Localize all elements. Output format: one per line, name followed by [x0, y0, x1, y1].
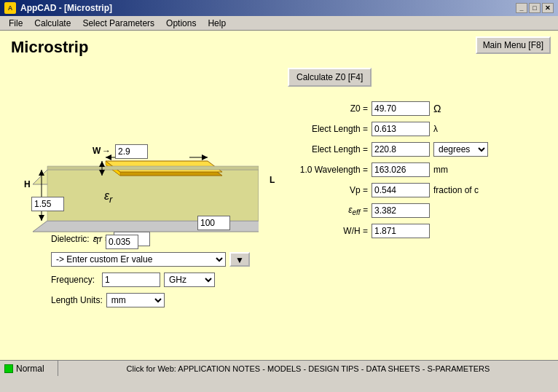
menu-help[interactable]: Help [202, 17, 232, 30]
l-label: L [270, 175, 275, 185]
wh-output[interactable] [372, 224, 430, 238]
vp-output[interactable] [372, 183, 430, 197]
frequency-label: Frequency: [51, 275, 98, 285]
calculate-z0-button[interactable]: Calculate Z0 [F4] [288, 68, 372, 87]
wavelength-row: 1.0 Wavelength = mm [288, 162, 547, 177]
svg-marker-14 [39, 215, 44, 221]
frequency-unit-select[interactable]: GHz MHz kHz [164, 273, 215, 287]
status-indicator [4, 364, 13, 373]
minimize-button[interactable]: _ [516, 3, 527, 13]
t-input[interactable] [106, 235, 138, 249]
right-panel: Calculate Z0 [F4] Z0 = Ω Elect Length = … [288, 64, 547, 313]
svg-marker-2 [47, 170, 259, 221]
maximize-button[interactable]: □ [529, 3, 541, 13]
length-units-label: Length Units: [51, 295, 103, 305]
left-form: Dielectric: ε r = -> Enter custom Er val… [11, 232, 273, 307]
eeff-output[interactable] [372, 203, 430, 218]
length-units-row: Length Units: mm mil inch cm [51, 293, 273, 307]
w-arrow: → [102, 146, 111, 156]
z0-row: Z0 = Ω [288, 101, 547, 116]
svg-marker-17 [99, 161, 105, 167]
l-input[interactable] [197, 216, 230, 230]
elect-length2-row: Elect Length = degrees radians [288, 142, 547, 157]
elect-length1-row: Elect Length = λ [288, 122, 547, 136]
er-diagram-label: εr [104, 189, 112, 205]
elect-length2-output[interactable] [372, 142, 430, 157]
er-dropdown-btn[interactable]: ▼ [229, 252, 250, 267]
vp-label: Vp = [288, 185, 368, 195]
h-label: H [24, 179, 31, 189]
length-units-select[interactable]: mm mil inch cm [106, 293, 165, 307]
menu-calculate[interactable]: Calculate [28, 17, 76, 30]
left-panel: W → H εr T L Dielectric: [11, 64, 273, 313]
status-web-link[interactable]: Click for Web: APPLICATION NOTES - MODEL… [58, 364, 558, 373]
status-bar: Normal Click for Web: APPLICATION NOTES … [0, 360, 558, 376]
diagram-area: W → H εr T L [11, 64, 259, 224]
title-bar-left: A AppCAD - [Microstrip] [4, 2, 112, 14]
er-dropdown[interactable]: -> Enter custom Er value FR4 (4.5) Roger… [51, 252, 226, 267]
content-layout: W → H εr T L Dielectric: [11, 64, 547, 313]
z0-output[interactable] [372, 101, 430, 116]
h-input[interactable] [31, 197, 64, 211]
wavelength-label: 1.0 Wavelength = [288, 165, 368, 175]
wavelength-output[interactable] [372, 162, 430, 177]
w-input[interactable] [115, 144, 148, 159]
window-title: AppCAD - [Microstrip] [20, 3, 112, 13]
vp-unit: fraction of c [433, 185, 479, 195]
main-content: Main Menu [F8] Microstrip [0, 31, 558, 376]
svg-marker-7 [47, 166, 259, 170]
elect-length1-unit: λ [433, 124, 448, 134]
wavelength-unit: mm [433, 165, 448, 175]
menu-select-parameters[interactable]: Select Parameters [76, 17, 160, 30]
title-bar: A AppCAD - [Microstrip] _ □ ✕ [0, 0, 558, 16]
elect-length2-unit-select[interactable]: degrees radians [433, 142, 488, 157]
svg-marker-13 [39, 170, 44, 176]
status-normal: Normal [0, 361, 58, 376]
z0-label: Z0 = [288, 103, 368, 114]
svg-marker-11 [202, 154, 208, 160]
page-title: Microstrip [11, 38, 547, 57]
dropdown-row: -> Enter custom Er value FR4 (4.5) Roger… [51, 252, 273, 267]
elect-length2-label: Elect Length = [288, 144, 368, 154]
wh-row: W/H = [288, 224, 547, 238]
status-text: Normal [16, 364, 44, 374]
z0-unit: Ω [433, 103, 448, 114]
main-menu-button[interactable]: Main Menu [F8] [476, 36, 551, 54]
menu-options[interactable]: Options [160, 17, 202, 30]
title-bar-buttons: _ □ ✕ [516, 3, 554, 13]
frequency-input[interactable] [102, 273, 160, 287]
elect-length1-label: Elect Length = [288, 124, 368, 134]
frequency-row: Frequency: GHz MHz kHz [51, 273, 273, 287]
close-button[interactable]: ✕ [542, 3, 554, 13]
vp-row: Vp = fraction of c [288, 183, 547, 197]
eeff-label: εeff = [288, 205, 368, 216]
elect-length1-output[interactable] [372, 122, 430, 136]
menu-file[interactable]: File [3, 17, 28, 30]
app-icon: A [4, 2, 16, 14]
wh-label: W/H = [288, 226, 368, 236]
w-label: W [93, 146, 101, 156]
menu-bar: File Calculate Select Parameters Options… [0, 16, 558, 31]
eeff-row: εeff = [288, 203, 547, 218]
t-label: T [95, 236, 100, 246]
